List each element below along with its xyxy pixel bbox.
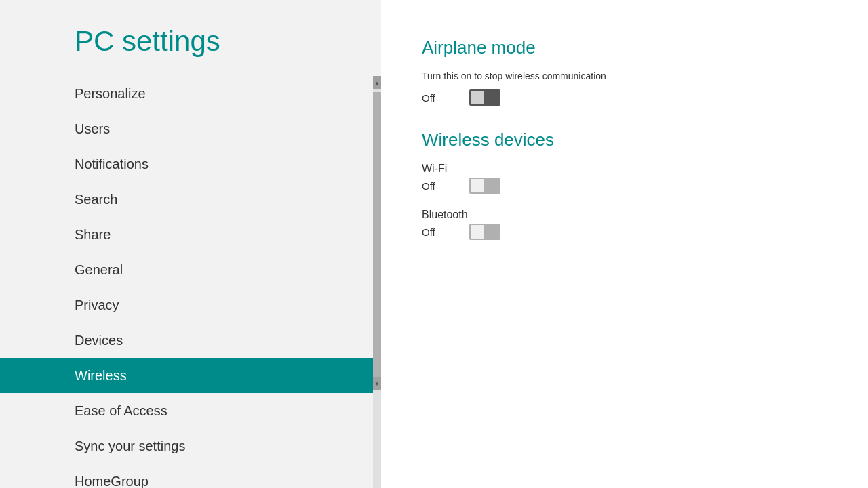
bluetooth-toggle-label: Off	[422, 226, 449, 238]
sidebar-item-share[interactable]: Share	[0, 217, 381, 252]
sidebar-item-privacy[interactable]: Privacy	[0, 287, 381, 323]
main-content: Airplane mode Turn this on to stop wirel…	[381, 0, 868, 488]
scroll-up-button[interactable]: ▲	[373, 76, 381, 89]
sidebar-nav: PersonalizeUsersNotificationsSearchShare…	[0, 76, 381, 488]
sidebar-item-devices[interactable]: Devices	[0, 323, 381, 358]
airplane-toggle-knob	[471, 91, 484, 104]
scroll-thumb[interactable]	[373, 92, 381, 377]
wifi-toggle-row: Off	[422, 178, 827, 194]
airplane-mode-toggle[interactable]	[469, 89, 500, 106]
wifi-toggle-label: Off	[422, 180, 449, 192]
scroll-down-button[interactable]: ▼	[373, 377, 381, 390]
wifi-label: Wi-Fi	[422, 163, 827, 175]
wireless-devices-section: Wireless devices Wi-Fi Off Bluetooth Off	[422, 129, 827, 240]
wifi-toggle[interactable]	[469, 178, 500, 194]
sidebar-item-homegroup[interactable]: HomeGroup	[0, 464, 381, 488]
app-title: PC settings	[0, 0, 381, 76]
sidebar-item-sync-settings[interactable]: Sync your settings	[0, 428, 381, 464]
scrollbar-track[interactable]: ▲ ▼	[373, 76, 381, 488]
sidebar-item-personalize[interactable]: Personalize	[0, 76, 381, 111]
bluetooth-row: Bluetooth Off	[422, 209, 827, 240]
bluetooth-toggle[interactable]	[469, 224, 500, 240]
wireless-devices-title: Wireless devices	[422, 129, 827, 150]
sidebar-item-notifications[interactable]: Notifications	[0, 146, 381, 182]
bluetooth-toggle-knob	[471, 225, 484, 239]
sidebar-item-ease-of-access[interactable]: Ease of Access	[0, 393, 381, 428]
airplane-mode-section: Airplane mode Turn this on to stop wirel…	[422, 37, 827, 106]
wifi-toggle-knob	[471, 179, 484, 192]
sidebar: PC settings PersonalizeUsersNotification…	[0, 0, 381, 488]
sidebar-item-users[interactable]: Users	[0, 111, 381, 146]
wifi-row: Wi-Fi Off	[422, 163, 827, 194]
sidebar-item-general[interactable]: General	[0, 252, 381, 287]
sidebar-item-wireless[interactable]: Wireless	[0, 358, 381, 393]
airplane-toggle-label: Off	[422, 92, 449, 104]
bluetooth-label: Bluetooth	[422, 209, 827, 221]
sidebar-item-search[interactable]: Search	[0, 182, 381, 217]
airplane-mode-title: Airplane mode	[422, 37, 827, 58]
bluetooth-toggle-row: Off	[422, 224, 827, 240]
airplane-mode-description: Turn this on to stop wireless communicat…	[422, 70, 827, 81]
airplane-toggle-row: Off	[422, 89, 827, 106]
